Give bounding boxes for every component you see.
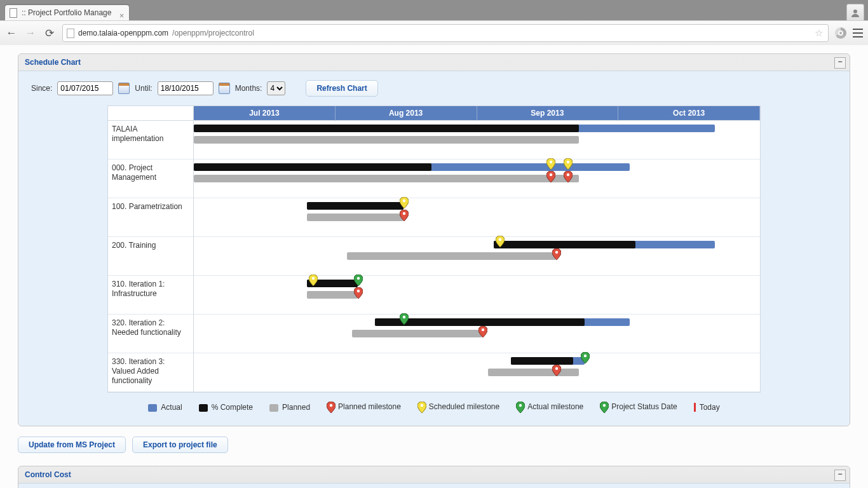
profile-button[interactable] — [846, 4, 864, 22]
svg-point-9 — [312, 277, 315, 280]
legend-planned-ms: Planned milestone — [327, 402, 401, 413]
menu-button[interactable] — [853, 29, 863, 37]
action-row: Update from MS Project Export to project… — [18, 437, 850, 453]
months-select[interactable]: 4 — [267, 81, 285, 95]
svg-point-2 — [567, 161, 569, 163]
since-input[interactable] — [57, 81, 113, 95]
until-calendar-icon[interactable] — [219, 83, 230, 94]
svg-point-0 — [853, 10, 857, 13]
back-button[interactable]: ← — [5, 27, 18, 39]
legend-actual: Actual — [148, 403, 182, 412]
address-bar[interactable]: demo.talaia-openppm.com/openppm/projectc… — [62, 24, 829, 42]
panel-header: Control Cost − — [18, 466, 850, 483]
legend-today: Today — [694, 403, 720, 412]
gantt-bar-planned — [194, 175, 579, 182]
svg-point-5 — [402, 200, 405, 202]
milestone-scheduled-icon — [564, 158, 571, 168]
page-content: Schedule Chart − Since: Until: Months: 4… — [0, 44, 868, 488]
svg-point-10 — [357, 277, 360, 280]
gantt-bar-planned — [352, 330, 482, 337]
gantt-row-bars — [194, 237, 760, 276]
svg-point-17 — [421, 404, 423, 407]
svg-point-12 — [402, 316, 405, 318]
schedule-chart-panel: Schedule Chart − Since: Until: Months: 4… — [18, 53, 850, 426]
gantt-month-header: Sep 2013 — [477, 106, 619, 121]
forward-button[interactable]: → — [24, 27, 37, 39]
bookmark-star-icon[interactable]: ☆ — [815, 27, 823, 39]
gantt-bar-complete — [194, 163, 431, 171]
svg-point-19 — [603, 404, 606, 407]
export-project-file-button[interactable]: Export to project file — [132, 437, 228, 453]
url-path: /openppm/projectcontrol — [172, 29, 254, 37]
legend-complete: % Complete — [199, 403, 253, 412]
url-domain: demo.talaia-openppm.com — [78, 29, 168, 37]
browser-tab[interactable]: :: Project Portfolio Manage × — [5, 5, 129, 20]
svg-point-7 — [499, 238, 501, 241]
gantt-bar-planned — [194, 136, 579, 144]
gantt-row-label: TALAIA implementation — [108, 121, 194, 159]
collapse-button[interactable]: − — [834, 470, 846, 481]
gantt-bar-complete — [194, 125, 579, 132]
gantt-row-bars — [194, 276, 760, 315]
milestone-planned-icon — [552, 365, 560, 375]
milestone-actual-icon — [581, 352, 588, 362]
control-cost-panel: Control Cost − — [18, 466, 850, 488]
milestone-scheduled-icon — [496, 236, 503, 246]
refresh-chart-button[interactable]: Refresh Chart — [306, 80, 377, 97]
svg-point-18 — [519, 404, 522, 407]
tab-doc-icon — [10, 8, 17, 18]
gantt-row-label: 310. Iteration 1: Infrastructure — [108, 276, 194, 315]
svg-point-13 — [482, 329, 484, 331]
legend: Actual % Complete Planned Planned milest… — [107, 393, 761, 417]
browser-chrome: :: Project Portfolio Manage × ← → ⟳ demo… — [0, 0, 868, 44]
panel-body — [18, 483, 850, 488]
svg-point-16 — [330, 404, 332, 407]
chart-controls: Since: Until: Months: 4 Refresh Chart — [31, 80, 837, 97]
panel-title: Schedule Chart — [25, 58, 81, 67]
gantt-month-header: Aug 2013 — [336, 106, 477, 121]
update-ms-project-button[interactable]: Update from MS Project — [18, 437, 126, 453]
milestone-actual-icon — [354, 274, 362, 285]
since-label: Since: — [31, 84, 52, 93]
until-label: Until: — [135, 84, 152, 93]
collapse-button[interactable]: − — [834, 57, 846, 69]
gantt-row-label: 320. Iteration 2: Needed functionality — [108, 315, 194, 353]
panel-body: Since: Until: Months: 4 Refresh Chart Ju… — [18, 71, 850, 426]
gantt-row-label: 100. Parametrization — [108, 198, 194, 237]
gantt-month-header: Jul 2013 — [194, 106, 336, 121]
address-bar-row: ← → ⟳ demo.talaia-openppm.com/openppm/pr… — [0, 20, 868, 45]
gantt-row-bars — [194, 121, 760, 159]
chrome-logo-icon — [835, 27, 846, 39]
gantt-row-bars — [194, 159, 760, 198]
gantt-bar-planned — [488, 369, 579, 376]
gantt-row-label: 000. Project Management — [108, 159, 194, 198]
gantt-bar-planned — [307, 214, 403, 221]
legend-status-date: Project Status Date — [600, 402, 677, 413]
milestone-actual-icon — [400, 313, 407, 323]
panel-title: Control Cost — [25, 470, 71, 479]
milestone-scheduled-icon — [309, 274, 316, 285]
gantt-month-header: Oct 2013 — [618, 106, 760, 121]
legend-scheduled-ms: Scheduled milestone — [417, 402, 499, 413]
tab-title: :: Project Portfolio Manage — [22, 8, 111, 17]
gantt-bar-complete — [511, 357, 573, 365]
until-input[interactable] — [158, 81, 214, 95]
since-calendar-icon[interactable] — [118, 83, 130, 94]
svg-point-4 — [567, 173, 569, 176]
legend-actual-ms: Actual milestone — [516, 402, 583, 413]
svg-point-14 — [584, 355, 587, 357]
gantt-row-bars — [194, 353, 760, 392]
panel-header: Schedule Chart − — [18, 54, 850, 71]
milestone-scheduled-icon — [546, 158, 554, 168]
gantt-chart: Jul 2013Aug 2013Sep 2013Oct 2013TALAIA i… — [107, 105, 761, 393]
months-label: Months: — [235, 84, 262, 93]
gantt-bar-complete — [307, 202, 403, 210]
svg-point-6 — [402, 212, 405, 215]
reload-button[interactable]: ⟳ — [43, 27, 56, 40]
milestone-planned-icon — [546, 171, 554, 181]
milestone-scheduled-icon — [400, 197, 407, 207]
milestone-planned-icon — [354, 287, 362, 297]
gantt-row-label: 200. Training — [108, 237, 194, 276]
gantt-row-bars — [194, 315, 760, 353]
gantt-bar-planned — [347, 252, 557, 260]
